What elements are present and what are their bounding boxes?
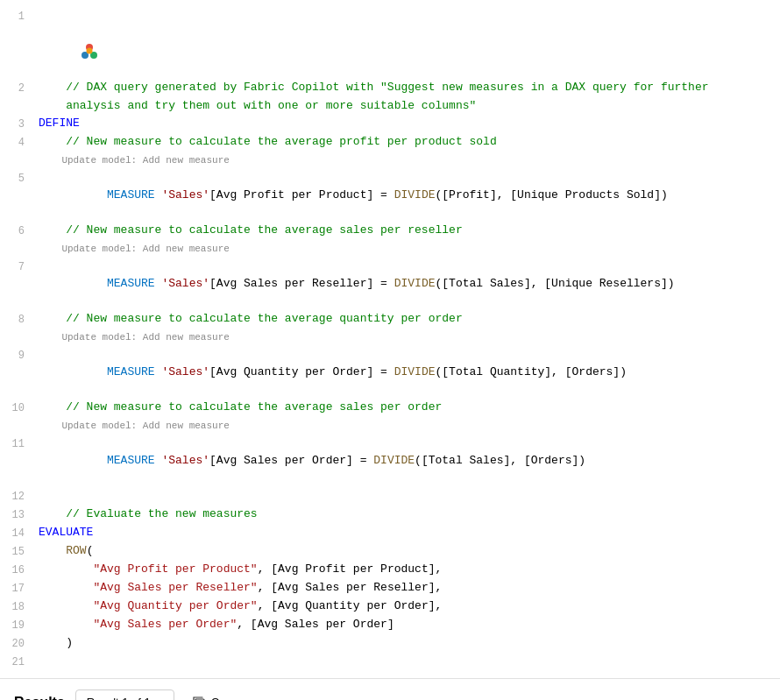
line-num-9: 9 [0,346,35,364]
line-content-2: // DAX query generated by Fabric Copilot… [35,79,780,96]
line-num-17: 17 [0,579,35,597]
code-editor: 1 2 // DAX query generated by Fabric Cop… [0,0,780,679]
code-line-19: 19 "Avg Sales per Order", [Avg Sales per… [0,616,780,634]
code-line-4b: Update model: Add new measure [0,152,780,169]
line-content-12 [35,487,780,505]
line-content-13: // Evaluate the new measures [35,506,780,523]
code-line-8b: Update model: Add new measure [0,329,780,346]
line-content-19: "Avg Sales per Order", [Avg Sales per Or… [35,616,780,633]
line-content-6b: Update model: Add new measure [35,240,780,258]
line-content-16: "Avg Profit per Product", [Avg Profit pe… [35,561,780,578]
line-num-15: 15 [0,542,35,561]
line-num-12: 12 [0,487,35,506]
line-num-4b [0,152,35,152]
copy-button[interactable]: Copy [185,690,257,701]
code-line-5: 5 MEASURE 'Sales'[Avg Profit per Product… [0,169,780,222]
code-line-18: 18 "Avg Quantity per Order", [Avg Quanti… [0,597,780,616]
line-content-2b: analysis and try them out with one or mo… [35,97,780,115]
line-num-18: 18 [0,597,35,616]
code-line-1: 1 [0,7,780,79]
code-line-12: 12 [0,487,780,506]
code-line-20: 20 ) [0,634,780,653]
line-num-14: 14 [0,524,35,542]
line-num-21: 21 [0,653,35,671]
line-content-10b: Update model: Add new measure [35,417,780,435]
results-toolbar: Results Result 1 of 1 Copy [0,679,780,700]
line-content-4b: Update model: Add new measure [35,152,780,169]
results-label: Results [14,695,65,701]
line-num-10b [0,417,35,418]
line-content-14: EVALUATE [35,524,780,541]
code-line-14: 14 EVALUATE [0,524,780,542]
code-line-10: 10 // New measure to calculate the avera… [0,399,780,417]
line-content-8b: Update model: Add new measure [35,329,780,346]
code-line-2: 2 // DAX query generated by Fabric Copil… [0,79,780,97]
line-num-8: 8 [0,310,35,329]
result-selector-text: Result 1 of 1 [87,696,151,700]
line-content-9: MEASURE 'Sales'[Avg Quantity per Order] … [35,346,780,399]
line-num-6: 6 [0,222,35,240]
line-num-3: 3 [0,115,35,133]
line-content-7: MEASURE 'Sales'[Avg Sales per Reseller] … [35,258,780,310]
results-area: Results Result 1 of 1 Copy [0,679,780,700]
line-num-8b [0,329,35,329]
code-line-16: 16 "Avg Profit per Product", [Avg Profit… [0,561,780,579]
code-line-10b: Update model: Add new measure [0,417,780,435]
code-line-7: 7 MEASURE 'Sales'[Avg Sales per Reseller… [0,258,780,310]
code-line-6b: Update model: Add new measure [0,240,780,258]
line-content-4: // New measure to calculate the average … [35,133,780,151]
code-line-6: 6 // New measure to calculate the averag… [0,222,780,240]
code-line-9: 9 MEASURE 'Sales'[Avg Quantity per Order… [0,346,780,399]
svg-point-3 [86,48,92,54]
line-content-10: // New measure to calculate the average … [35,399,780,416]
code-line-21: 21 [0,653,780,671]
code-line-13: 13 // Evaluate the new measures [0,506,780,524]
line-num-4: 4 [0,133,35,152]
line-content-17: "Avg Sales per Reseller", [Avg Sales per… [35,579,780,597]
line-num-6b [0,240,35,241]
fabric-logo [80,42,99,61]
line-num-16: 16 [0,561,35,579]
code-line-17: 17 "Avg Sales per Reseller", [Avg Sales … [0,579,780,597]
line-num-7: 7 [0,258,35,276]
line-content-1 [35,7,780,79]
line-num-13: 13 [0,506,35,524]
code-line-11: 11 MEASURE 'Sales'[Avg Sales per Order] … [0,435,780,487]
line-num-2b [0,97,35,98]
line-num-10: 10 [0,399,35,417]
line-content-11: MEASURE 'Sales'[Avg Sales per Order] = D… [35,435,780,487]
copy-label: Copy [211,696,238,700]
line-num-5: 5 [0,169,35,187]
line-content-3: DEFINE [35,115,780,132]
code-line-2b: analysis and try them out with one or mo… [0,97,780,115]
code-line-15: 15 ROW( [0,542,780,561]
line-content-21 [35,653,780,670]
line-num-19: 19 [0,616,35,634]
line-content-5: MEASURE 'Sales'[Avg Profit per Product] … [35,169,780,222]
code-line-3: 3 DEFINE [0,115,780,133]
copy-icon [192,696,206,701]
line-content-20: ) [35,634,780,652]
line-num-20: 20 [0,634,35,653]
line-num-11: 11 [0,435,35,453]
code-line-8: 8 // New measure to calculate the averag… [0,310,780,329]
result-selector-dropdown[interactable]: Result 1 of 1 [75,689,174,700]
line-content-18: "Avg Quantity per Order", [Avg Quantity … [35,597,780,615]
line-content-15: ROW( [35,542,780,560]
line-num-2: 2 [0,79,35,97]
line-content-6: // New measure to calculate the average … [35,222,780,239]
line-num-1: 1 [0,7,35,25]
line-content-8: // New measure to calculate the average … [35,310,780,328]
code-line-4: 4 // New measure to calculate the averag… [0,133,780,152]
